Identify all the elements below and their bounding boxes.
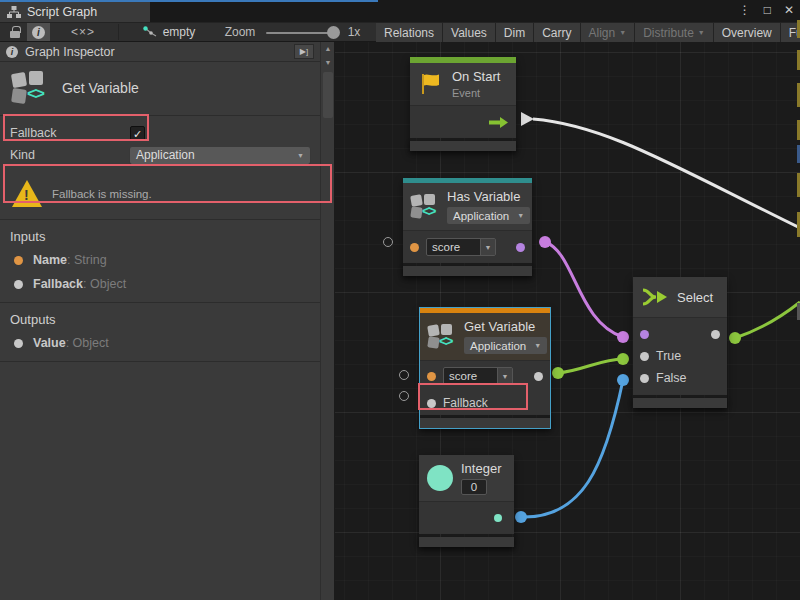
node-footer bbox=[403, 266, 532, 276]
unconnected-port[interactable] bbox=[383, 237, 393, 247]
fallback-checkbox[interactable]: ✓ bbox=[130, 126, 145, 141]
variable-picker-button[interactable]: ▼ bbox=[497, 368, 512, 384]
window-controls: ⋮ □ ✕ bbox=[739, 3, 794, 17]
integer-value-field[interactable]: 0 bbox=[461, 479, 487, 495]
chevron-down-icon: ▼ bbox=[502, 373, 509, 380]
unconnected-port[interactable] bbox=[399, 391, 409, 401]
kind-select[interactable]: Application ▼ bbox=[130, 147, 310, 164]
node-on-start[interactable]: On Start Event bbox=[410, 57, 516, 151]
wire-onstart[interactable] bbox=[533, 119, 800, 228]
dim-button[interactable]: Dim bbox=[496, 23, 533, 42]
integer-output-port[interactable] bbox=[494, 514, 502, 522]
variable-name-field[interactable]: score ▼ bbox=[426, 238, 496, 256]
graph-breadcrumb[interactable]: empty bbox=[134, 23, 204, 41]
node-footer bbox=[420, 418, 550, 428]
scrollbar-thumb[interactable] bbox=[323, 72, 333, 118]
overview-button[interactable]: Overview bbox=[714, 23, 780, 42]
tab-title: Script Graph bbox=[27, 5, 97, 19]
variable-icon: <> bbox=[411, 194, 439, 220]
wire-getvariable[interactable] bbox=[558, 359, 623, 373]
graph-canvas[interactable]: On Start Event <> Has Variable bbox=[335, 42, 800, 600]
wire-hasvariable[interactable] bbox=[545, 242, 623, 337]
code-preview-button[interactable]: <×> bbox=[60, 23, 106, 41]
zoom-value: 1x bbox=[344, 23, 364, 41]
toolbar-buttons: Relations Values Dim Carry Align▼ Distri… bbox=[376, 23, 800, 42]
carry-button[interactable]: Carry bbox=[534, 23, 579, 42]
lock-button[interactable] bbox=[4, 23, 26, 41]
dock-icon[interactable]: ▶] bbox=[294, 44, 314, 59]
zoom-label: Zoom bbox=[222, 23, 258, 41]
variable-name-field[interactable]: score ▼ bbox=[443, 367, 513, 385]
node-title: Select bbox=[677, 290, 713, 305]
zoom-slider-knob[interactable] bbox=[327, 26, 340, 39]
fallback-input-port[interactable] bbox=[427, 399, 436, 408]
inspector-scrollbar[interactable]: ▲ ▼ bbox=[320, 42, 334, 600]
chevron-down-icon: ▼ bbox=[485, 244, 492, 251]
warning-icon: ! bbox=[12, 180, 42, 207]
divider bbox=[0, 361, 320, 362]
values-button[interactable]: Values bbox=[443, 23, 495, 42]
chevron-down-icon: ▼ bbox=[534, 342, 541, 349]
maximize-icon[interactable]: □ bbox=[764, 3, 771, 17]
wire-endpoint[interactable] bbox=[617, 331, 629, 343]
align-button: Align▼ bbox=[581, 23, 635, 42]
scroll-up-icon[interactable]: ▲ bbox=[321, 42, 335, 56]
name-input-port[interactable] bbox=[410, 243, 419, 252]
unconnected-port[interactable] bbox=[399, 370, 409, 380]
inspector-header: i Graph Inspector ▶] bbox=[0, 42, 320, 62]
wire-endpoint[interactable] bbox=[617, 353, 629, 365]
control-flow-icon[interactable] bbox=[487, 116, 509, 129]
inspected-unit-title: Get Variable bbox=[62, 80, 139, 96]
info-toggle-button[interactable]: i bbox=[27, 23, 50, 41]
bool-output-port[interactable] bbox=[516, 243, 525, 252]
node-select[interactable]: Select True False bbox=[633, 277, 727, 408]
info-icon: i bbox=[32, 26, 45, 39]
warning-text: Fallback is missing. bbox=[52, 188, 152, 200]
graph-breadcrumb-label: empty bbox=[163, 25, 196, 39]
wire-endpoint[interactable] bbox=[729, 332, 741, 344]
selection-output-port[interactable] bbox=[711, 330, 720, 339]
check-icon: ✓ bbox=[133, 128, 142, 140]
title-bar: Script Graph ⋮ □ ✕ bbox=[0, 0, 800, 22]
wire-endpoint[interactable] bbox=[552, 367, 564, 379]
close-icon[interactable]: ✕ bbox=[784, 3, 794, 17]
wire-select-out[interactable] bbox=[735, 302, 800, 338]
kind-dropdown[interactable]: Application ▼ bbox=[447, 207, 530, 224]
true-input-port[interactable] bbox=[640, 352, 649, 361]
wire-endpoint[interactable] bbox=[617, 374, 629, 386]
lock-icon bbox=[10, 31, 20, 38]
value-port-dot bbox=[14, 339, 23, 348]
scroll-down-icon[interactable]: ▼ bbox=[321, 56, 335, 70]
variable-picker-button[interactable]: ▼ bbox=[480, 239, 495, 255]
graph-hierarchy-icon bbox=[7, 6, 21, 18]
distribute-button: Distribute▼ bbox=[635, 23, 713, 42]
condition-input-port[interactable] bbox=[640, 330, 649, 339]
node-integer[interactable]: Integer 0 bbox=[419, 455, 514, 547]
node-get-variable[interactable]: <> Get Variable Application ▼ score ▼ bbox=[420, 308, 550, 428]
wire-endpoint[interactable] bbox=[539, 236, 551, 248]
tab-script-graph[interactable]: Script Graph bbox=[0, 2, 150, 22]
false-input-port[interactable] bbox=[640, 374, 649, 383]
node-title: Integer bbox=[461, 461, 501, 476]
chevron-down-icon: ▼ bbox=[698, 29, 705, 36]
toolbar-separator bbox=[118, 24, 119, 40]
variable-icon: <> bbox=[428, 324, 456, 350]
name-port-dot bbox=[14, 256, 23, 265]
graph-toolbar: i <×> empty Zoom 1x Relations Values Dim… bbox=[0, 22, 800, 42]
menu-icon[interactable]: ⋮ bbox=[739, 3, 751, 17]
value-output-port[interactable] bbox=[534, 372, 543, 381]
select-merge-icon bbox=[641, 287, 669, 307]
relations-button[interactable]: Relations bbox=[376, 23, 442, 42]
name-input-port[interactable] bbox=[427, 372, 436, 381]
chevron-down-icon: ▼ bbox=[517, 212, 524, 219]
info-icon: i bbox=[6, 46, 18, 58]
node-subtitle: Event bbox=[452, 87, 500, 99]
fallback-property-row: Fallback ✓ bbox=[0, 122, 320, 144]
node-title: On Start bbox=[452, 69, 500, 84]
kind-property-label: Kind bbox=[10, 148, 130, 162]
node-has-variable[interactable]: <> Has Variable Application ▼ score ▼ bbox=[403, 178, 532, 276]
kind-dropdown[interactable]: Application ▼ bbox=[464, 337, 547, 354]
false-port-label: False bbox=[656, 371, 687, 385]
wire-endpoint[interactable] bbox=[515, 511, 527, 523]
control-output-port[interactable] bbox=[521, 112, 534, 126]
